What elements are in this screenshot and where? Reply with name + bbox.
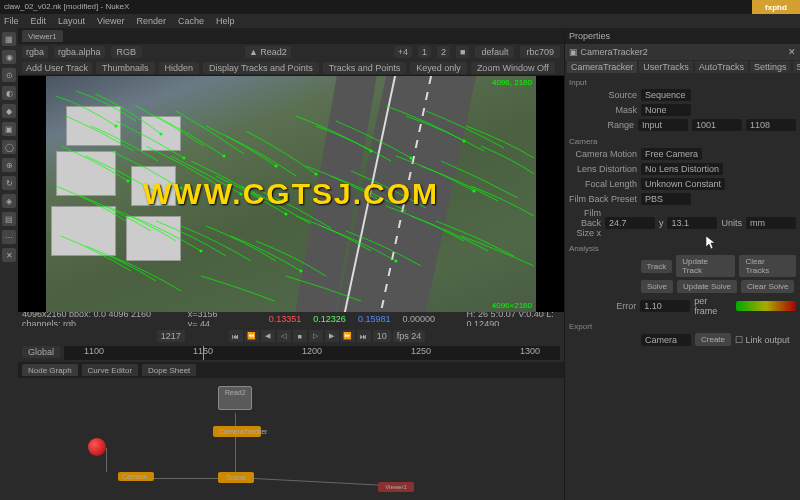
channel-rgba[interactable]: rgba (22, 46, 48, 58)
ptab-settings[interactable]: Settings (750, 61, 791, 73)
lbl-motion: Camera Motion (569, 149, 637, 159)
gpu-toggle[interactable]: ■ (456, 46, 469, 58)
dd-keyed-only[interactable]: Keyed only (410, 62, 467, 74)
field-fby[interactable]: 13.1 (667, 217, 717, 229)
fps-field[interactable]: fps 24 (393, 330, 426, 342)
first-frame-button[interactable]: ⏮ (229, 330, 243, 342)
node-read[interactable]: Read2 (218, 386, 252, 410)
menu-cache[interactable]: Cache (178, 16, 204, 26)
node-selector[interactable]: ▲ Read2 (245, 46, 291, 58)
next-key-button[interactable]: ⏩ (341, 330, 355, 342)
tab-dope-sheet[interactable]: Dope Sheet (142, 364, 196, 376)
btn-update-solve[interactable]: Update Solve (677, 280, 737, 293)
field-mask[interactable]: None (641, 104, 691, 116)
tool-time-icon[interactable]: ⊙ (2, 68, 16, 82)
btn-clear-solve[interactable]: Clear Solve (741, 280, 794, 293)
btn-clear-tracks[interactable]: Clear Tracks (739, 255, 796, 277)
btn-add-user-track[interactable]: Add User Track (22, 62, 92, 74)
tool-other-icon[interactable]: ⋯ (2, 230, 16, 244)
node-sphere[interactable] (88, 438, 106, 456)
menu-viewer[interactable]: Viewer (97, 16, 124, 26)
dd-tracks-points[interactable]: Tracks and Points (323, 62, 407, 74)
menu-help[interactable]: Help (216, 16, 235, 26)
channel-mode[interactable]: RGB (111, 46, 143, 58)
close-icon[interactable]: ✕ (788, 47, 796, 57)
proxy-2[interactable]: 2 (437, 46, 450, 58)
timeline-track[interactable]: 1100 1150 1200 1250 1300 (64, 346, 560, 360)
menu-render[interactable]: Render (136, 16, 166, 26)
field-range-b[interactable]: 1108 (746, 119, 796, 131)
ptab-scene[interactable]: Scene (793, 61, 800, 73)
ptab-usertracks[interactable]: UserTracks (639, 61, 693, 73)
tool-3d-icon[interactable]: ◈ (2, 194, 16, 208)
tool-x-icon[interactable]: ✕ (2, 248, 16, 262)
field-export-type[interactable]: Camera (641, 334, 691, 346)
range-mode[interactable]: Global (22, 346, 60, 358)
colorspace-default[interactable]: default (475, 46, 514, 58)
menu-layout[interactable]: Layout (58, 16, 85, 26)
tool-merge-icon[interactable]: ⊕ (2, 158, 16, 172)
play-fwd-button[interactable]: ▶ (325, 330, 339, 342)
channel-alpha[interactable]: rgba.alpha (54, 46, 105, 58)
dim-top-label: 4096, 2160 (492, 78, 532, 87)
field-error[interactable]: 1.10 (640, 300, 690, 312)
dd-zoom-window[interactable]: Zoom Window Off (471, 62, 555, 74)
playhead[interactable] (203, 346, 204, 360)
tool-keyer-icon[interactable]: ◯ (2, 140, 16, 154)
node-cameratracker[interactable]: CameraTracker (213, 426, 261, 437)
node-viewer[interactable]: Viewer1 (378, 482, 414, 492)
btn-solve[interactable]: Solve (641, 280, 673, 293)
dd-thumbnails[interactable]: Thumbnails (96, 62, 155, 74)
ptab-autotracks[interactable]: AutoTracks (695, 61, 748, 73)
tool-image-icon[interactable]: ▦ (2, 32, 16, 46)
tool-channel-icon[interactable]: ◐ (2, 86, 16, 100)
tab-curve-editor[interactable]: Curve Editor (82, 364, 138, 376)
b-value: 0.15981 (358, 314, 391, 324)
tl-mark: 1200 (302, 346, 322, 360)
proxy-1[interactable]: 1 (418, 46, 431, 58)
field-range-a[interactable]: 1001 (692, 119, 742, 131)
btn-update-track[interactable]: Update Track (676, 255, 735, 277)
tool-filter-icon[interactable]: ▣ (2, 122, 16, 136)
tl-mark: 1100 (84, 346, 104, 360)
field-focal[interactable]: Unknown Constant (641, 178, 725, 190)
field-source[interactable]: Sequence (641, 89, 691, 101)
frame-field[interactable]: 1217 (157, 330, 185, 342)
svg-point-4 (275, 165, 278, 168)
field-fbx[interactable]: 24.7 (605, 217, 655, 229)
dd-hidden[interactable]: Hidden (159, 62, 200, 74)
play-rev-button[interactable]: ◀ (261, 330, 275, 342)
field-lens[interactable]: No Lens Distortion (641, 163, 723, 175)
node-scene[interactable]: Scene (218, 472, 254, 483)
menu-edit[interactable]: Edit (31, 16, 47, 26)
step-fwd-button[interactable]: ▷ (309, 330, 323, 342)
chk-link[interactable]: ☐ Link output (735, 335, 790, 345)
tab-node-graph[interactable]: Node Graph (22, 364, 78, 376)
colorspace-lut[interactable]: rbc709 (520, 46, 560, 58)
node-camera[interactable]: Camera (118, 472, 154, 481)
incr-field[interactable]: 10 (373, 330, 391, 342)
zoom-val[interactable]: +4 (394, 46, 412, 58)
dd-display-tracks[interactable]: Display Tracks and Points (203, 62, 319, 74)
btn-create[interactable]: Create (695, 333, 731, 346)
last-frame-button[interactable]: ⏭ (357, 330, 371, 342)
field-preset[interactable]: PBS (641, 193, 691, 205)
node-graph-tabs: Node Graph Curve Editor Dope Sheet (18, 362, 564, 378)
field-range[interactable]: Input (638, 119, 688, 131)
stop-button[interactable]: ■ (293, 330, 307, 342)
ptab-cameratracker[interactable]: CameraTracker (567, 61, 637, 73)
viewer-area[interactable]: 4096, 2160 4096×2160 WWW.CGTSJ.COM (18, 76, 564, 312)
step-back-button[interactable]: ◁ (277, 330, 291, 342)
tool-views-icon[interactable]: ▤ (2, 212, 16, 226)
prev-key-button[interactable]: ⏪ (245, 330, 259, 342)
menu-file[interactable]: File (4, 16, 19, 26)
field-units[interactable]: mm (746, 217, 796, 229)
tool-transform-icon[interactable]: ↻ (2, 176, 16, 190)
btn-track[interactable]: Track (641, 260, 673, 273)
field-motion[interactable]: Free Camera (641, 148, 702, 160)
tool-color-icon[interactable]: ◆ (2, 104, 16, 118)
tab-viewer1[interactable]: Viewer1 (22, 30, 63, 42)
error-gradient (736, 301, 796, 311)
node-graph[interactable]: Read2 CameraTracker Scene Viewer1 Camera (18, 378, 564, 500)
tool-draw-icon[interactable]: ◉ (2, 50, 16, 64)
